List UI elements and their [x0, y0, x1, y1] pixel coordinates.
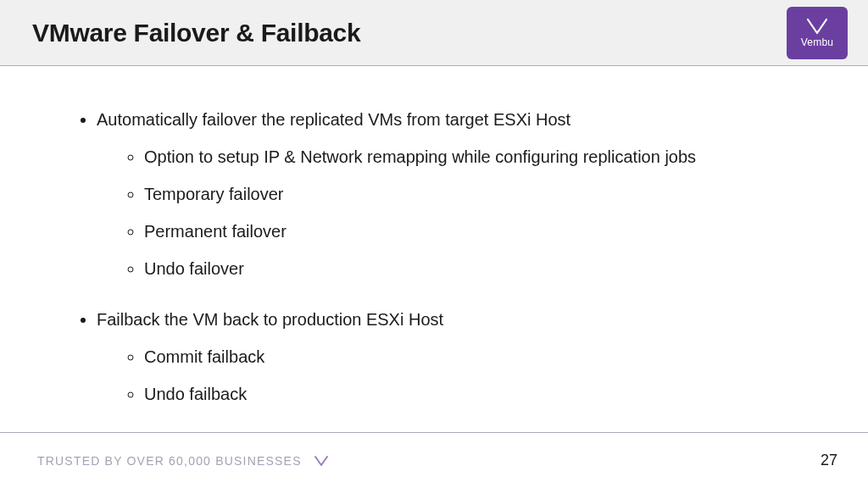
page-number: 27: [821, 452, 837, 469]
list-item: Automatically failover the replicated VM…: [97, 107, 834, 281]
vembu-v-icon: [314, 455, 329, 467]
sub-bullet-list: Commit failback Undo failback: [97, 344, 834, 407]
bullet-text: Failback the VM back to production ESXi …: [97, 310, 443, 329]
vembu-v-icon: [806, 18, 828, 35]
list-item: Option to setup IP & Network remapping w…: [144, 144, 834, 169]
list-item: Permanent failover: [144, 219, 834, 244]
bullet-text: Automatically failover the replicated VM…: [97, 110, 570, 129]
slide-content: Automatically failover the replicated VM…: [0, 66, 868, 407]
slide-title: VMware Failover & Failback: [32, 19, 360, 47]
list-item: Temporary failover: [144, 181, 834, 207]
footer-tagline-group: TRUSTED BY OVER 60,000 BUSINESSES: [37, 454, 329, 468]
sub-bullet-list: Option to setup IP & Network remapping w…: [97, 144, 834, 281]
list-item: Commit failback: [144, 344, 834, 369]
list-item: Undo failover: [144, 256, 834, 281]
bullet-list: Automatically failover the replicated VM…: [81, 107, 834, 407]
slide-footer: TRUSTED BY OVER 60,000 BUSINESSES 27: [0, 432, 868, 488]
list-item: Failback the VM back to production ESXi …: [97, 307, 834, 407]
slide-header: VMware Failover & Failback Vembu: [0, 0, 868, 66]
brand-logo: Vembu: [787, 7, 848, 59]
footer-tagline: TRUSTED BY OVER 60,000 BUSINESSES: [37, 454, 302, 468]
list-item: Undo failback: [144, 381, 834, 407]
brand-name: Vembu: [801, 36, 833, 48]
